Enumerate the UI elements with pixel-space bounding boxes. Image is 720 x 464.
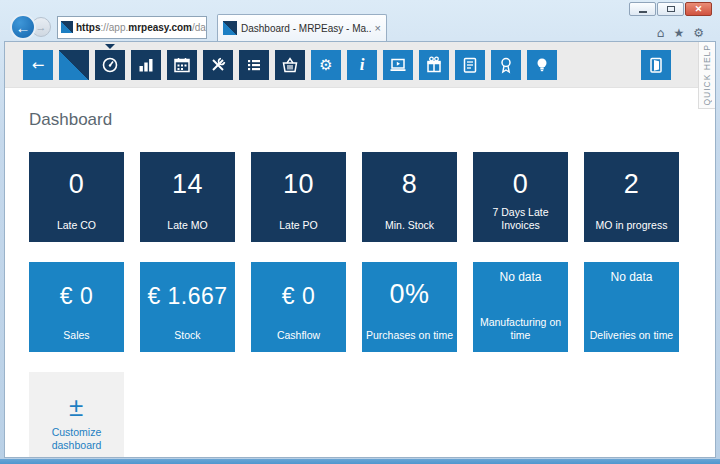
tile-label: Stock — [143, 329, 232, 343]
url-path: /dashboar — [192, 22, 207, 33]
toolbar-dashboard-button[interactable] — [95, 50, 125, 80]
app-toolbar: ← — [5, 42, 715, 88]
window-bottom-edge — [0, 459, 720, 464]
tile-stock[interactable]: € 1.667 Stock — [140, 262, 235, 352]
toolbar-list-button[interactable] — [239, 50, 269, 80]
toolbar-news-button[interactable] — [455, 50, 485, 80]
minimize-icon — [639, 11, 647, 13]
tile-deliveries-on-time[interactable]: No data Deliveries on time — [584, 262, 679, 352]
tile-value: € 0 — [29, 283, 124, 310]
customize-dashboard-label: Customize dashboard — [32, 426, 121, 453]
tile-value: 0 — [29, 169, 124, 200]
basket-icon — [280, 55, 300, 75]
tile-label: Sales — [32, 329, 121, 343]
tile-late-co[interactable]: 0 Late CO — [29, 152, 124, 242]
tile-value: 8 — [362, 169, 457, 200]
tile-purchases-on-time[interactable]: 0% Purchases on time — [362, 262, 457, 352]
toolbar-video-button[interactable] — [383, 50, 413, 80]
quick-help-tab[interactable]: QUICK HELP — [698, 41, 715, 109]
calendar-icon — [172, 55, 192, 75]
toolbar-tips-button[interactable] — [527, 50, 557, 80]
tab-title: Dashboard - MRPEasy - Ma... — [241, 23, 371, 34]
plus-minus-icon: ± — [29, 392, 124, 423]
toolbar-info-button[interactable]: i — [347, 50, 377, 80]
app-toolbar-icons: ← — [23, 50, 557, 80]
tile-label: MO in progress — [587, 219, 676, 233]
list-icon — [244, 55, 264, 75]
maximize-icon — [667, 6, 675, 12]
tile-mo-in-progress[interactable]: 2 MO in progress — [584, 152, 679, 242]
toolbar-settings-button[interactable]: ⚙ — [311, 50, 341, 80]
browser-nav-bar: ← → https://app.mrpeasy.com/dashboar ▾ ↻… — [10, 13, 387, 41]
back-arrow-icon: ← — [32, 56, 45, 74]
address-bar[interactable]: https://app.mrpeasy.com/dashboar ▾ ↻ — [57, 16, 207, 39]
close-button[interactable]: ✕ — [685, 2, 712, 16]
toolbar-calendar-button[interactable] — [167, 50, 197, 80]
gear-icon: ⚙ — [319, 56, 332, 74]
toolbar-gift-button[interactable] — [419, 50, 449, 80]
tile-value: No data — [584, 270, 679, 284]
tile-value: No data — [473, 270, 568, 284]
maximize-button[interactable] — [657, 2, 684, 16]
url-separator: ://app. — [100, 22, 128, 33]
tile-label: Late MO — [143, 219, 232, 233]
tab-close-icon[interactable]: × — [375, 22, 381, 34]
toolbar-statistics-button[interactable] — [131, 50, 161, 80]
tile-7-days-late-invoices[interactable]: 0 7 Days Late Invoices — [473, 152, 568, 242]
tile-label: Manufacturing on time — [476, 316, 565, 343]
tile-value: 10 — [251, 169, 346, 200]
favorites-star-icon[interactable]: ★ — [673, 26, 684, 40]
tile-label: 7 Days Late Invoices — [476, 206, 565, 233]
minimize-button[interactable] — [629, 2, 656, 16]
tile-value: 14 — [140, 169, 235, 200]
gauge-icon — [100, 55, 120, 75]
browser-command-icons: ⌂ ★ ⚙ — [657, 26, 704, 40]
active-menu-caret-icon — [105, 44, 115, 49]
tile-late-mo[interactable]: 14 Late MO — [140, 152, 235, 242]
customize-dashboard-button[interactable]: ± Customize dashboard — [29, 372, 124, 458]
tile-label: Purchases on time — [365, 329, 454, 343]
toolbar-procurement-button[interactable] — [275, 50, 305, 80]
tools-icon — [208, 55, 228, 75]
tile-value: € 1.667 — [140, 283, 235, 310]
video-player-icon — [388, 55, 408, 75]
tile-min-stock[interactable]: 8 Min. Stock — [362, 152, 457, 242]
site-favicon — [61, 21, 73, 33]
browser-settings-gear-icon[interactable]: ⚙ — [693, 26, 704, 40]
tile-value: 2 — [584, 169, 679, 200]
browser-back-button[interactable]: ← — [10, 14, 36, 40]
tile-label: Min. Stock — [365, 219, 454, 233]
logout-button[interactable] — [641, 50, 671, 80]
home-icon[interactable]: ⌂ — [657, 26, 665, 40]
tile-cashflow[interactable]: € 0 Cashflow — [251, 262, 346, 352]
kpi-row-3: ± Customize dashboard — [29, 372, 715, 458]
url-scheme: https — [76, 22, 100, 33]
page-title: Dashboard — [29, 110, 715, 130]
tile-late-po[interactable]: 10 Late PO — [251, 152, 346, 242]
tile-label: Late CO — [32, 219, 121, 233]
tile-value: 0% — [362, 279, 457, 310]
tile-value: 0 — [473, 169, 568, 200]
kpi-row-2: € 0 Sales € 1.667 Stock € 0 Cashflow 0% … — [29, 262, 715, 352]
mrpeasy-logo-icon[interactable] — [59, 50, 89, 80]
toolbar-back-button[interactable]: ← — [23, 50, 53, 80]
info-icon: i — [360, 55, 365, 75]
forward-arrow-icon: → — [36, 21, 47, 33]
window-controls: ✕ — [629, 2, 712, 16]
toolbar-tools-button[interactable] — [203, 50, 233, 80]
tile-label: Cashflow — [254, 329, 343, 343]
browser-tab[interactable]: Dashboard - MRPEasy - Ma... × — [217, 14, 387, 41]
back-arrow-icon: ← — [16, 19, 31, 36]
award-ribbon-icon — [496, 55, 516, 75]
browser-window: ✕ ← → https://app.mrpeasy.com/dashboar ▾… — [0, 0, 720, 464]
exit-door-icon — [646, 55, 666, 75]
quick-help-label: QUICK HELP — [702, 44, 712, 106]
page-viewport: ← — [4, 41, 716, 458]
close-icon: ✕ — [695, 4, 703, 14]
tile-value: € 0 — [251, 283, 346, 310]
tile-manufacturing-on-time[interactable]: No data Manufacturing on time — [473, 262, 568, 352]
bar-chart-icon — [136, 55, 156, 75]
dashboard-content: Dashboard 0 Late CO 14 Late MO 10 Late P… — [5, 88, 715, 458]
tile-sales[interactable]: € 0 Sales — [29, 262, 124, 352]
toolbar-certificate-button[interactable] — [491, 50, 521, 80]
